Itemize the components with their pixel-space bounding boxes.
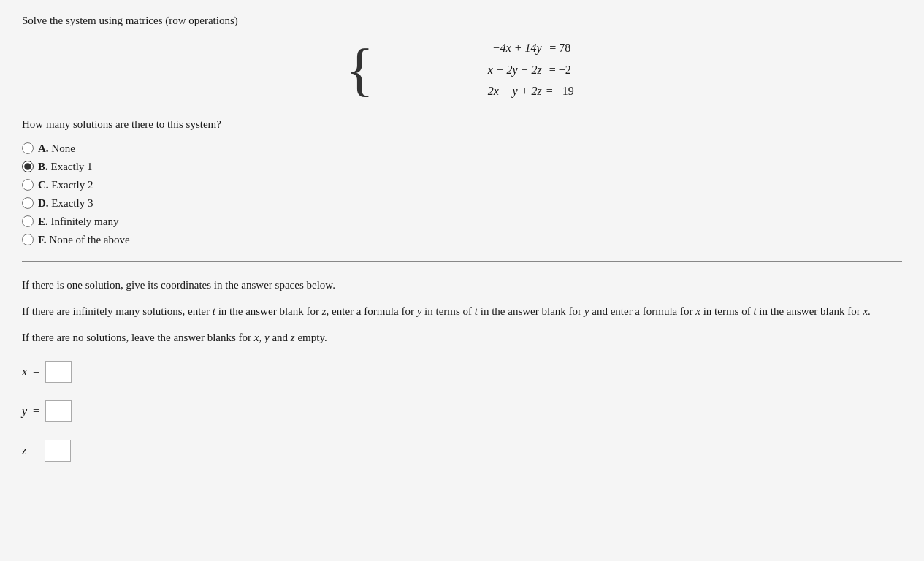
equation-1: −4x + 14y = 78 bbox=[381, 39, 579, 58]
problem-title: Solve the system using matrices (row ope… bbox=[22, 15, 902, 27]
answer-x-row: x = bbox=[22, 361, 902, 383]
question-text: How many solutions are there to this sys… bbox=[22, 118, 902, 131]
option-B[interactable]: B. Exactly 1 bbox=[22, 161, 902, 173]
radio-B[interactable] bbox=[22, 161, 34, 172]
answer-section: x = y = z = bbox=[22, 361, 902, 462]
y-label: y bbox=[22, 405, 27, 418]
radio-C[interactable] bbox=[22, 179, 34, 191]
x-label: x bbox=[22, 365, 27, 378]
eq1-equals: = 78 bbox=[542, 39, 579, 58]
x-input[interactable] bbox=[45, 361, 72, 383]
radio-D[interactable] bbox=[22, 197, 34, 209]
option-D[interactable]: D. Exactly 3 bbox=[22, 197, 902, 210]
option-F-label: F. None of the above bbox=[38, 234, 130, 246]
z-input[interactable] bbox=[45, 440, 71, 462]
option-E[interactable]: E. Infinitely many bbox=[22, 215, 902, 228]
equation-system: { −4x + 14y = 78 x − 2y − 2z = −2 2x − y… bbox=[22, 39, 902, 101]
option-E-label: E. Infinitely many bbox=[38, 215, 118, 228]
z-equals: = bbox=[32, 444, 39, 457]
option-A-label: A. None bbox=[38, 142, 75, 155]
option-C[interactable]: C. Exactly 2 bbox=[22, 179, 902, 191]
z-label: z bbox=[22, 444, 26, 457]
answer-z-row: z = bbox=[22, 440, 902, 462]
left-brace: { bbox=[345, 40, 373, 99]
option-D-label: D. Exactly 3 bbox=[38, 197, 93, 210]
equation-3: 2x − y + 2z = −19 bbox=[381, 82, 579, 101]
equation-2: x − 2y − 2z = −2 bbox=[381, 61, 579, 80]
y-equals: = bbox=[33, 405, 39, 418]
y-input[interactable] bbox=[45, 400, 72, 422]
option-A[interactable]: A. None bbox=[22, 142, 902, 155]
radio-F[interactable] bbox=[22, 234, 34, 245]
x-equals: = bbox=[33, 365, 39, 378]
option-C-label: C. Exactly 2 bbox=[38, 179, 93, 191]
eq1-lhs: −4x + 14y bbox=[381, 39, 542, 58]
eq2-equals: = −2 bbox=[542, 61, 579, 80]
radio-E[interactable] bbox=[22, 215, 34, 227]
instruction-line2: If there are infinitely many solutions, … bbox=[22, 302, 902, 320]
eq3-lhs: 2x − y + 2z bbox=[381, 82, 542, 101]
section-divider bbox=[22, 261, 902, 262]
eq3-equals: = −19 bbox=[542, 82, 579, 101]
instruction-line3: If there are no solutions, leave the ans… bbox=[22, 329, 902, 346]
radio-A[interactable] bbox=[22, 142, 34, 154]
eq2-lhs: x − 2y − 2z bbox=[381, 61, 542, 80]
radio-group: A. None B. Exactly 1 C. Exactly 2 D. Exa… bbox=[22, 142, 902, 246]
equations-block: −4x + 14y = 78 x − 2y − 2z = −2 2x − y +… bbox=[381, 39, 579, 101]
instruction-line1: If there is one solution, give its coord… bbox=[22, 276, 902, 294]
answer-y-row: y = bbox=[22, 400, 902, 422]
option-B-label: B. Exactly 1 bbox=[38, 161, 93, 173]
option-F[interactable]: F. None of the above bbox=[22, 234, 902, 246]
